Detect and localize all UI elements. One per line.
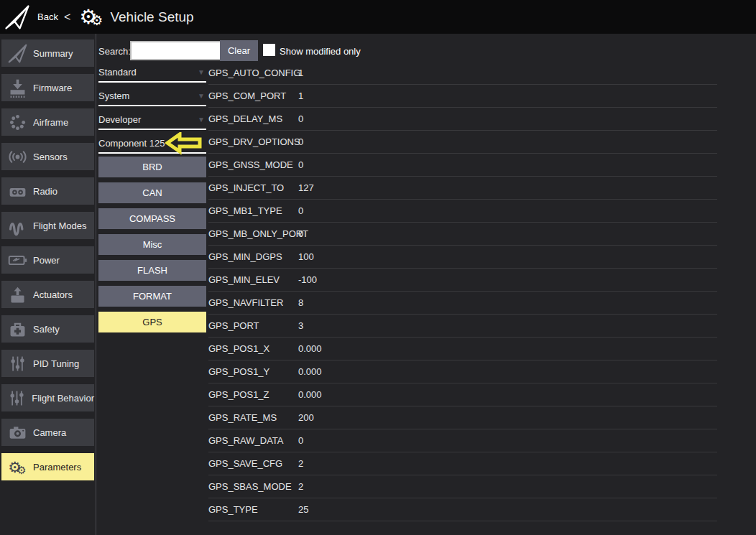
parameter-list-gps-auto-config[interactable]: GPS_AUTO_CONFIG 1 bbox=[208, 62, 717, 85]
show-modified-checkbox[interactable] bbox=[263, 44, 275, 56]
airframe-dots-icon bbox=[1, 112, 33, 133]
setup-sidebar-pid-tuning[interactable]: PID Tuning bbox=[1, 350, 94, 377]
setup-sidebar-safety[interactable]: Safety bbox=[1, 315, 94, 343]
first-aid-icon bbox=[1, 319, 33, 340]
setup-sidebar-power[interactable]: Power bbox=[1, 246, 94, 274]
paper-plane-icon bbox=[1, 43, 33, 64]
parameter-list-gps-com-port[interactable]: GPS_COM_PORT 1 bbox=[208, 85, 717, 108]
parameter-list-gps-drv-options[interactable]: GPS_DRV_OPTIONS 0 bbox=[208, 131, 717, 154]
parameter-list-gps-min-dgps[interactable]: GPS_MIN_DGPS 100 bbox=[208, 246, 717, 269]
page-title: Vehicle Setup bbox=[110, 9, 193, 25]
parameter-list-gps-port[interactable]: GPS_PORT 3 bbox=[208, 315, 717, 338]
parameter-list-gps-inject-to[interactable]: GPS_INJECT_TO 127 bbox=[208, 177, 717, 200]
parameter-list-gps-mb-only-port[interactable]: GPS_MB_ONLY_PORT 0 bbox=[208, 223, 717, 246]
category-dropdown-developer[interactable]: Developer ▼ bbox=[98, 111, 206, 130]
category-dropdown-standard[interactable]: Standard ▼ bbox=[98, 63, 206, 83]
parameter-list-gps-save-cfg[interactable]: GPS_SAVE_CFG 2 bbox=[208, 452, 717, 475]
parameter-list-gps-mb1-type[interactable]: GPS_MB1_TYPE 0 bbox=[208, 200, 717, 223]
parameter-list-gps-pos1-y[interactable]: GPS_POS1_Y 0.000 bbox=[208, 360, 717, 383]
setup-sidebar-airframe[interactable]: Airframe bbox=[1, 108, 94, 136]
setup-sidebar-sensors[interactable]: Sensors bbox=[1, 143, 94, 170]
parameter-list-gps-pos1-z[interactable]: GPS_POS1_Z 0.000 bbox=[208, 383, 717, 406]
show-modified-label: Show modified only bbox=[280, 46, 361, 57]
topbar: Back < ⚙⚙ Vehicle Setup bbox=[0, 0, 756, 34]
battery-icon bbox=[1, 250, 33, 271]
parameter-list-gps-type[interactable]: GPS_TYPE 25 bbox=[208, 498, 717, 521]
parameter-list-gps-navfilter[interactable]: GPS_NAVFILTER 8 bbox=[208, 292, 717, 315]
vehicle-setup-window: Back < ⚙⚙ Vehicle Setup Summary Firmware… bbox=[0, 0, 756, 535]
firmware-download-icon bbox=[1, 78, 33, 98]
camera-icon bbox=[1, 422, 33, 443]
chevron-left-separator: < bbox=[64, 11, 70, 24]
annotation-arrow-left-icon bbox=[165, 132, 203, 155]
parameter-list-gps-gnss-mode[interactable]: GPS_GNSS_MODE 0 bbox=[208, 154, 717, 177]
parameter-list-gps-pos1-x[interactable]: GPS_POS1_X 0.000 bbox=[208, 338, 717, 360]
gears-icon: ⚙⚙ bbox=[79, 7, 103, 27]
setup-sidebar-firmware[interactable]: Firmware bbox=[1, 74, 94, 101]
sliders-icon bbox=[1, 388, 32, 409]
chevron-down-icon: ▼ bbox=[198, 68, 205, 76]
setup-sidebar-summary[interactable]: Summary bbox=[1, 39, 94, 67]
parameter-list-gps-delay-ms[interactable]: GPS_DELAY_MS 0 bbox=[208, 108, 717, 131]
chevron-down-icon: ▼ bbox=[198, 116, 205, 124]
group-button-format[interactable]: FORMAT bbox=[98, 286, 206, 307]
radio-icon bbox=[1, 181, 33, 202]
qgc-logo-icon[interactable] bbox=[4, 4, 31, 31]
setup-sidebar-actuators[interactable]: Actuators bbox=[1, 281, 94, 308]
setup-sidebar-flight-modes[interactable]: Flight Modes bbox=[1, 212, 94, 239]
group-button-misc[interactable]: Misc bbox=[98, 234, 206, 255]
chevron-down-icon: ▼ bbox=[198, 92, 205, 100]
group-button-gps[interactable]: GPS bbox=[98, 312, 206, 332]
setup-sidebar: Summary Firmware Airframe Sensors Radio bbox=[1, 39, 94, 488]
setup-sidebar-parameters[interactable]: ⚙⚙ Parameters bbox=[1, 453, 94, 480]
parameter-list-gps-rate-ms[interactable]: GPS_RATE_MS 200 bbox=[208, 406, 717, 429]
setup-sidebar-radio[interactable]: Radio bbox=[1, 177, 94, 205]
back-button[interactable]: Back bbox=[37, 11, 58, 22]
group-button-can[interactable]: CAN bbox=[98, 182, 206, 203]
category-dropdown-system[interactable]: System ▼ bbox=[98, 87, 206, 106]
search-input[interactable] bbox=[130, 41, 222, 60]
sliders-icon bbox=[1, 353, 33, 374]
gears-icon: ⚙⚙ bbox=[1, 460, 33, 475]
actuator-box-icon bbox=[1, 284, 33, 305]
search-label: Search: bbox=[98, 46, 131, 57]
setup-sidebar-flight-behavior[interactable]: Flight Behavior bbox=[1, 384, 94, 411]
group-button-compass[interactable]: COMPASS bbox=[98, 208, 206, 229]
sidebar-divider bbox=[96, 34, 96, 535]
parameter-list: GPS_AUTO_CONFIG 1 GPS_COM_PORT 1 GPS_DEL… bbox=[208, 62, 717, 521]
parameter-list-gps-raw-data[interactable]: GPS_RAW_DATA 0 bbox=[208, 429, 717, 452]
wave-icon bbox=[1, 215, 33, 236]
group-button-flash[interactable]: FLASH bbox=[98, 260, 206, 281]
clear-button[interactable]: Clear bbox=[220, 40, 258, 61]
group-buttons: BRD CAN COMPASS Misc FLASH FORMAT GPS bbox=[98, 157, 206, 338]
group-button-brd[interactable]: BRD bbox=[98, 157, 206, 177]
signal-waves-icon bbox=[1, 146, 33, 167]
parameter-list-gps-sbas-mode[interactable]: GPS_SBAS_MODE 2 bbox=[208, 475, 717, 498]
parameter-list-gps-min-elev[interactable]: GPS_MIN_ELEV -100 bbox=[208, 269, 717, 292]
setup-sidebar-camera[interactable]: Camera bbox=[1, 419, 94, 446]
